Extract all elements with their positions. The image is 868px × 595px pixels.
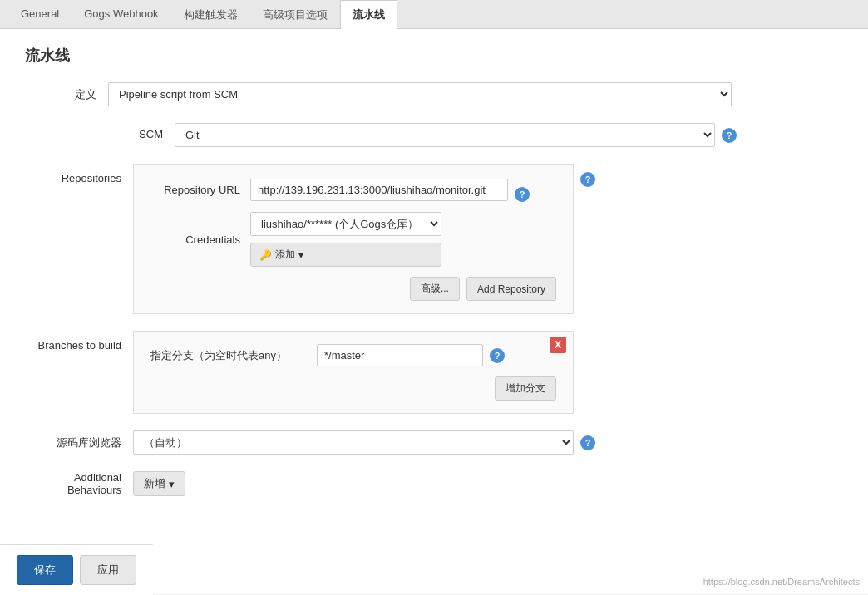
scm-label: SCM <box>25 123 175 140</box>
repositories-label: Repositories <box>25 164 133 184</box>
tab-gogs-webhook[interactable]: Gogs Webhook <box>72 0 170 29</box>
branches-box: X 指定分支（为空时代表any） ? 增加分支 <box>133 331 574 414</box>
repositories-box: Repository URL ? Credentials - none - li… <box>133 164 574 314</box>
branches-label: Branches to build <box>25 331 133 352</box>
definition-select[interactable]: Pipeline script from SCM Pipeline script <box>108 82 732 106</box>
add-branch-button[interactable]: 增加分支 <box>495 376 556 401</box>
scm-control: None Git ? <box>175 123 843 147</box>
additional-behaviours-section: Additional Behaviours 新增 ▾ <box>25 471 843 496</box>
save-button[interactable]: 保存 <box>17 555 73 585</box>
source-browser-label: 源码库浏览器 <box>25 435 133 450</box>
credentials-select[interactable]: - none - liushihao/****** (个人Gogs仓库） <box>250 212 441 236</box>
repo-url-input[interactable] <box>250 179 508 201</box>
branch-field-label: 指定分支（为空时代表any） <box>150 348 317 363</box>
repositories-section: Repositories Repository URL ? Credential… <box>25 164 843 314</box>
key-icon: 🔑 <box>259 249 272 261</box>
tabs-bar: General Gogs Webhook 构建触发器 高级项目选项 流水线 <box>0 0 868 29</box>
repo-url-row: Repository URL ? <box>150 177 556 202</box>
add-credential-button[interactable]: 🔑 添加 ▾ <box>250 243 441 267</box>
tab-build-trigger[interactable]: 构建触发器 <box>171 0 250 29</box>
advanced-button[interactable]: 高级... <box>410 277 460 301</box>
definition-label: 定义 <box>25 82 108 102</box>
scm-select[interactable]: None Git <box>175 123 715 147</box>
branch-help-icon[interactable]: ? <box>490 348 505 363</box>
definition-row: 定义 Pipeline script from SCM Pipeline scr… <box>25 82 843 106</box>
source-browser-help-icon[interactable]: ? <box>580 435 595 450</box>
add-credential-label: 添加 <box>275 248 295 262</box>
branch-actions: 增加分支 <box>150 376 556 401</box>
page-container: 流水线 定义 Pipeline script from SCM Pipeline… <box>0 29 868 594</box>
additional-behaviours-label: Additional Behaviours <box>25 471 133 496</box>
branch-field-row: 指定分支（为空时代表any） ? <box>150 344 556 366</box>
close-branch-button[interactable]: X <box>550 337 566 353</box>
credentials-label: Credentials <box>150 234 250 246</box>
credentials-row: Credentials - none - liushihao/****** (个… <box>150 212 556 267</box>
repo-url-help-icon[interactable]: ? <box>515 187 530 202</box>
repo-actions: 高级... Add Repository <box>150 277 556 301</box>
tab-general[interactable]: General <box>8 0 72 29</box>
repo-url-label: Repository URL <box>150 184 250 196</box>
watermark: https://blog.csdn.net/DreamsArchitects <box>703 577 860 587</box>
branch-input[interactable] <box>317 344 483 366</box>
definition-control: Pipeline script from SCM Pipeline script <box>108 82 843 106</box>
add-repository-button[interactable]: Add Repository <box>466 277 556 301</box>
bottom-actions: 保存 应用 <box>0 544 153 594</box>
dropdown-icon: ▾ <box>298 249 303 261</box>
add-new-behaviour-button[interactable]: 新增 ▾ <box>133 471 185 496</box>
tab-advanced-options[interactable]: 高级项目选项 <box>250 0 340 29</box>
repositories-help-icon[interactable]: ? <box>580 172 595 187</box>
apply-button[interactable]: 应用 <box>80 555 136 585</box>
source-browser-section: 源码库浏览器 （自动） ? <box>25 430 843 455</box>
source-browser-select[interactable]: （自动） <box>133 430 574 455</box>
page-title: 流水线 <box>25 46 843 66</box>
scm-help-icon[interactable]: ? <box>722 128 737 143</box>
add-new-label: 新增 <box>144 476 165 491</box>
scm-row: SCM None Git ? <box>25 123 843 147</box>
add-new-dropdown-icon: ▾ <box>169 478 175 490</box>
branches-section: Branches to build X 指定分支（为空时代表any） ? 增加分… <box>25 331 843 414</box>
tab-pipeline[interactable]: 流水线 <box>340 0 397 29</box>
